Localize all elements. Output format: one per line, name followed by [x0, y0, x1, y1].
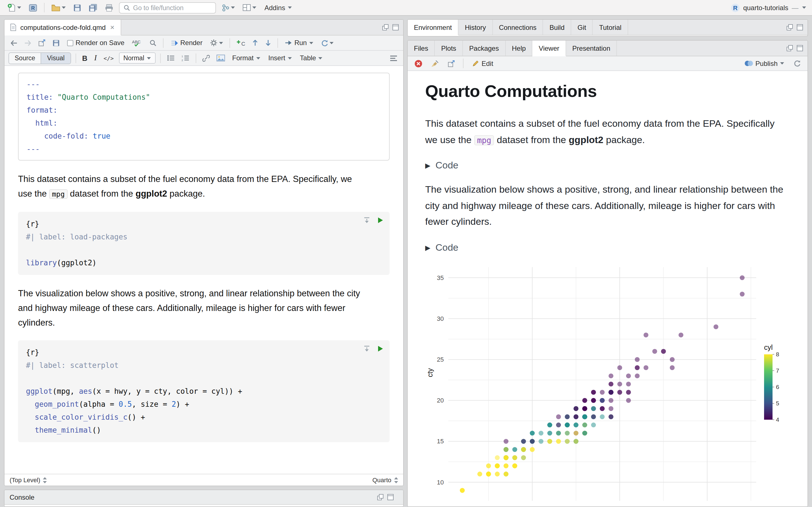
- minimize-pane-icon[interactable]: [382, 24, 389, 31]
- version-control-icon: [221, 4, 230, 11]
- format-menu[interactable]: Format: [230, 53, 263, 63]
- maximize-pane-icon[interactable]: [797, 24, 803, 31]
- insert-menu[interactable]: Insert: [266, 53, 294, 63]
- tab-git[interactable]: Git: [571, 20, 593, 35]
- popout-button[interactable]: [37, 38, 47, 47]
- insert-chunk-button[interactable]: C: [235, 38, 247, 48]
- back-button[interactable]: [8, 39, 19, 47]
- visual-mode-button[interactable]: Visual: [41, 53, 70, 63]
- outline-location-control[interactable]: (Top Level): [10, 476, 47, 483]
- go-to-next-chunk-button[interactable]: [263, 38, 273, 47]
- refresh-icon: [794, 60, 801, 67]
- yaml-front-matter[interactable]: ---title: "Quarto Computations"format: h…: [18, 73, 390, 161]
- code-fold-disclosure[interactable]: ▶ Code: [425, 239, 801, 256]
- find-replace-button[interactable]: [147, 38, 158, 48]
- save-all-icon: [89, 3, 98, 12]
- stepper-icon: [43, 477, 47, 483]
- rendered-document[interactable]: Quarto Computations This dataset contain…: [408, 71, 808, 506]
- popout-window-icon: [38, 40, 46, 46]
- editor-tabbar: computations-code-fold.qmd ×: [4, 20, 403, 36]
- document-type-control[interactable]: Quarto: [372, 476, 398, 483]
- paragraph-style-dropdown[interactable]: Normal: [119, 52, 155, 64]
- italic-button[interactable]: I: [93, 52, 98, 64]
- tab-files[interactable]: Files: [408, 41, 435, 56]
- pane-layout-button[interactable]: [241, 3, 258, 12]
- maximize-pane-icon[interactable]: [388, 494, 394, 500]
- editor-paragraph[interactable]: This dataset contains a subset of the fu…: [18, 172, 368, 202]
- insert-link-button[interactable]: [201, 53, 211, 63]
- tab-viewer[interactable]: Viewer: [532, 41, 566, 56]
- version-control-button[interactable]: [220, 3, 237, 13]
- render-on-save-checkbox[interactable]: Render on Save: [65, 38, 126, 48]
- render-options-button[interactable]: [208, 38, 225, 48]
- maximize-pane-icon[interactable]: [797, 45, 803, 51]
- edit-button[interactable]: Edit: [470, 58, 495, 68]
- code-fold-disclosure[interactable]: ▶ Code: [425, 157, 801, 174]
- tab-tutorial[interactable]: Tutorial: [593, 20, 628, 35]
- clear-all-button[interactable]: [429, 58, 441, 68]
- outline-toggle-button[interactable]: [388, 54, 399, 62]
- save-all-button[interactable]: [87, 2, 99, 13]
- save-button[interactable]: [71, 3, 83, 13]
- maximize-pane-icon[interactable]: [393, 24, 399, 31]
- run-button[interactable]: Run: [283, 38, 316, 48]
- project-menu[interactable]: R quarto-tutorials —: [731, 3, 806, 12]
- bold-button[interactable]: B: [80, 53, 89, 63]
- numbered-list-button[interactable]: 12: [180, 54, 191, 62]
- render-button[interactable]: Render: [168, 38, 205, 48]
- publish-button[interactable]: Publish: [742, 58, 786, 68]
- clear-viewer-button[interactable]: [413, 58, 424, 68]
- bullet-list-button[interactable]: [165, 54, 176, 62]
- run-chunks-above-icon[interactable]: [363, 217, 370, 224]
- chevron-down-icon: [17, 6, 21, 9]
- down-arrow-icon: [265, 40, 271, 46]
- code-fold-summary[interactable]: ▶ Code: [425, 157, 801, 174]
- console-body[interactable]: [4, 505, 403, 506]
- table-menu-label: Table: [300, 54, 316, 62]
- bold-text: ggplot2: [569, 134, 603, 145]
- document-tab[interactable]: computations-code-fold.qmd ×: [4, 20, 121, 36]
- tab-help[interactable]: Help: [506, 41, 532, 56]
- tab-plots[interactable]: Plots: [435, 41, 463, 56]
- code-format-button[interactable]: </>: [102, 54, 115, 62]
- goto-placeholder: Go to file/function: [133, 4, 184, 11]
- tab-history[interactable]: History: [459, 20, 493, 35]
- run-chunks-above-icon[interactable]: [363, 345, 370, 352]
- new-file-button[interactable]: [6, 2, 23, 13]
- goto-file-function-input[interactable]: Go to file/function: [119, 2, 216, 13]
- refresh-viewer-button[interactable]: [792, 59, 802, 68]
- minimize-pane-icon[interactable]: [377, 494, 384, 500]
- console-header[interactable]: Console: [4, 490, 403, 505]
- forward-button[interactable]: [22, 39, 33, 47]
- addins-menu[interactable]: Addins: [262, 3, 294, 13]
- editor-paragraph[interactable]: The visualization below shows a positive…: [18, 286, 368, 330]
- insert-image-button[interactable]: [215, 54, 227, 62]
- print-button[interactable]: [103, 3, 115, 13]
- tab-packages[interactable]: Packages: [463, 41, 506, 56]
- open-file-button[interactable]: [50, 3, 68, 13]
- code-fold-summary[interactable]: ▶ Code: [425, 239, 801, 256]
- save-document-button[interactable]: [51, 38, 61, 48]
- go-to-previous-chunk-button[interactable]: [250, 38, 260, 47]
- code-chunk-scatterplot[interactable]: {r}#| label: scatterplot ggplot(mpg, aes…: [18, 340, 390, 442]
- viewer-popout-button[interactable]: [446, 59, 457, 68]
- editor-status-bar: (Top Level) Quarto: [4, 474, 403, 486]
- close-icon[interactable]: ×: [110, 24, 115, 31]
- tab-environment[interactable]: Environment: [408, 20, 459, 36]
- rstudio-window: R Go to file/function Addins: [0, 0, 812, 507]
- tab-build[interactable]: Build: [543, 20, 571, 35]
- visual-editor-content[interactable]: ---title: "Quarto Computations"format: h…: [4, 66, 403, 474]
- tab-connections[interactable]: Connections: [493, 20, 543, 35]
- tab-presentation[interactable]: Presentation: [566, 41, 617, 56]
- new-project-button[interactable]: R: [27, 2, 39, 13]
- run-chunk-icon[interactable]: [377, 345, 384, 352]
- table-menu[interactable]: Table: [298, 53, 325, 63]
- source-mode-button[interactable]: Source: [9, 53, 41, 63]
- rerun-button[interactable]: [319, 38, 336, 48]
- minimize-pane-icon[interactable]: [786, 24, 793, 31]
- minimize-pane-icon[interactable]: [786, 45, 793, 51]
- spellcheck-button[interactable]: ABC: [130, 38, 144, 48]
- r-project-icon: R: [29, 3, 37, 12]
- code-chunk-load-packages[interactable]: {r}#| label: load-packages library(ggplo…: [18, 212, 390, 275]
- run-chunk-icon[interactable]: [377, 217, 384, 224]
